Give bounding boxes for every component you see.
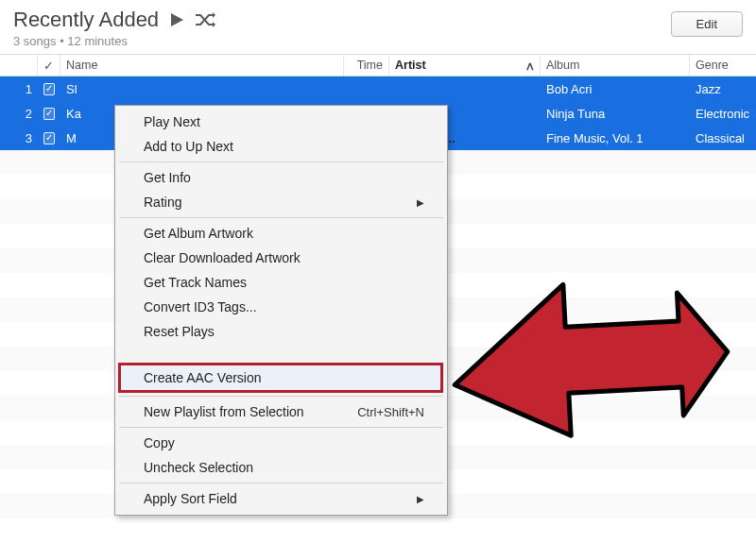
menu-apply-sort[interactable]: Apply Sort Field▶ <box>117 486 445 511</box>
shortcut-label: Ctrl+Shift+N <box>357 405 424 419</box>
col-time[interactable]: Time <box>344 55 389 76</box>
menu-separator <box>119 217 443 218</box>
svg-marker-3 <box>450 277 731 442</box>
row-number: 1 <box>0 82 38 96</box>
menu-add-up-next[interactable]: Add to Up Next <box>117 134 445 159</box>
menu-create-aac-label: Create AAC Version <box>144 370 262 385</box>
col-genre[interactable]: Genre <box>690 55 756 76</box>
menu-create-aac[interactable]: Create AAC Version <box>118 363 443 393</box>
col-album[interactable]: Album <box>541 55 690 76</box>
row-genre: Electronic <box>690 107 756 121</box>
play-icon[interactable] <box>168 11 185 28</box>
row-name: Sl <box>60 82 344 96</box>
menu-play-next[interactable]: Play Next <box>117 110 445 134</box>
sort-ascending-icon: ʌ <box>526 59 534 73</box>
row-checkbox[interactable]: ✓ <box>38 108 60 120</box>
svg-marker-2 <box>213 22 215 27</box>
menu-get-track-names[interactable]: Get Track Names <box>117 270 445 295</box>
table-header: ✓ Name Time Artist ʌ Album Genre <box>0 54 756 76</box>
menu-uncheck[interactable]: Uncheck Selection <box>117 455 445 480</box>
row-album: Fine Music, Vol. 1 <box>541 131 690 145</box>
menu-convert-id3[interactable]: Convert ID3 Tags... <box>117 295 445 319</box>
row-number: 2 <box>0 107 38 121</box>
menu-rating[interactable]: Rating▶ <box>117 190 445 214</box>
menu-get-info[interactable]: Get Info <box>117 165 445 190</box>
page-title: Recently Added <box>13 8 159 32</box>
row-number: 3 <box>0 131 38 145</box>
menu-clear-artwork[interactable]: Clear Downloaded Artwork <box>117 246 445 270</box>
header: Recently Added 3 songs • 12 minutes Edit <box>0 0 756 54</box>
menu-separator <box>119 161 443 162</box>
shuffle-icon[interactable] <box>195 11 215 28</box>
menu-separator <box>119 483 443 484</box>
col-artist[interactable]: Artist ʌ <box>389 55 541 76</box>
col-name[interactable]: Name <box>60 55 344 76</box>
edit-button[interactable]: Edit <box>671 11 743 37</box>
row-genre: Classical <box>690 131 756 145</box>
submenu-arrow-icon: ▶ <box>417 494 424 504</box>
table-row[interactable]: 1 ✓ Sl Bob Acri Jazz <box>0 76 756 101</box>
col-number[interactable] <box>0 55 38 76</box>
menu-separator <box>119 396 443 397</box>
col-artist-label: Artist <box>395 59 426 72</box>
subtitle: 3 songs • 12 minutes <box>13 34 215 48</box>
row-album: Bob Acri <box>541 82 690 96</box>
row-checkbox[interactable]: ✓ <box>38 83 60 95</box>
svg-marker-0 <box>171 13 183 26</box>
annotation-arrow-icon <box>444 246 737 456</box>
context-menu: Play Next Add to Up Next Get Info Rating… <box>114 105 448 516</box>
menu-new-playlist[interactable]: New Playlist from SelectionCtrl+Shift+N <box>117 399 445 424</box>
row-album: Ninja Tuna <box>541 107 690 121</box>
row-checkbox[interactable]: ✓ <box>38 132 60 144</box>
menu-separator <box>119 427 443 428</box>
row-genre: Jazz <box>690 82 756 96</box>
menu-get-album-artwork[interactable]: Get Album Artwork <box>117 221 445 246</box>
submenu-arrow-icon: ▶ <box>417 197 424 208</box>
menu-copy[interactable]: Copy <box>117 431 445 455</box>
menu-reset-plays[interactable]: Reset Plays <box>117 319 445 344</box>
col-checked[interactable]: ✓ <box>38 55 60 76</box>
svg-marker-1 <box>213 12 215 18</box>
